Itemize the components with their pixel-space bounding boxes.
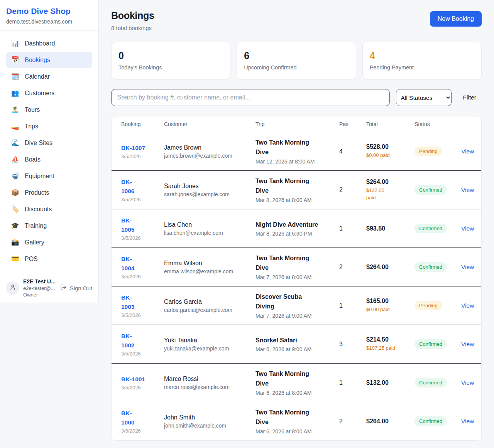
sidebar-nav-item[interactable]: 🎓 Training [6,218,92,234]
trip-name: Two Tank Morning Dive [255,254,323,273]
trip-cell: Night Dive Adventure Mar 8, 2026 at 5:30… [255,220,339,237]
nav-item-label: Dashboard [25,40,55,47]
customer-name: Sarah Jones [164,183,255,190]
booking-date: 3/5/2026 [121,197,164,202]
sidebar: Demo Dive Shop demo.test.divestreams.com… [0,0,99,303]
view-cell: View [461,341,474,348]
status-cell: Confirmed [414,378,461,387]
view-cell: View [461,302,474,309]
status-cell: Confirmed [414,185,461,195]
trip-cell: Two Tank Morning Dive Mar 7, 2026 at 8:0… [255,254,339,280]
nav-item-label: Discounts [25,206,52,213]
booking-id-link[interactable]: BK- 1005 [121,216,134,234]
status-select[interactable]: All Statuses [396,89,452,106]
view-link[interactable]: View [461,379,474,386]
booking-id-link[interactable]: BK-1007 [121,143,145,153]
total-amount: $165.00 [366,298,414,305]
sidebar-nav-item[interactable]: 👥 Customers [6,85,92,101]
customer-name: Carlos Garcia [164,298,255,305]
sign-out-button[interactable]: Sign Out [60,284,92,292]
sidebar-nav-item[interactable]: 📸 Gallery [6,234,92,250]
status-badge: Pending [414,301,442,310]
search-input[interactable] [111,89,390,106]
nav-item-label: Training [25,222,47,229]
pax-count: 3 [339,341,366,348]
sidebar-nav-item[interactable]: 📅 Bookings [6,52,92,68]
user-name: E2E Test U... [23,278,56,285]
nav-item-label: Products [25,189,49,196]
sidebar-nav: 📊 Dashboard 📅 Bookings 🗓️ Calendar 👥 Cus… [0,31,98,273]
pax-count: 1 [339,302,366,309]
view-link[interactable]: View [461,302,474,309]
sidebar-nav-item[interactable]: 🤿 Equipment [6,168,92,184]
customer-email: james.brown@example.com [164,153,255,159]
status-badge: Confirmed [414,416,447,426]
user-footer: E2E Test U... e2e-tester@... Owner Sign … [0,273,98,303]
sidebar-nav-item[interactable]: 🗓️ Calendar [6,69,92,84]
stat-value: 6 [244,50,349,61]
sidebar-nav-item[interactable]: 📊 Dashboard [6,35,92,51]
nav-item-label: Calendar [25,73,50,80]
total-amount: $93.50 [366,225,414,232]
new-booking-button[interactable]: New Booking [430,11,482,27]
view-link[interactable]: View [461,264,474,270]
nav-item-label: Tours [25,106,40,113]
customer-cell: Marco Rossi marco.rossi@example.com [164,376,255,390]
status-cell: Confirmed [414,416,461,426]
booking-id-link[interactable]: BK- 1006 [121,177,134,196]
view-link[interactable]: View [461,225,474,232]
booking-cell: BK- 1000 3/5/2026 [121,409,164,434]
main-content: Bookings 8 total bookings New Booking 0 … [99,0,494,441]
col-header-customer: Customer [164,121,255,127]
view-link[interactable]: View [461,341,474,347]
shop-domain: demo.test.divestreams.com [6,19,92,25]
nav-item-label: Equipment [25,173,54,180]
logout-icon [60,284,67,292]
sidebar-nav-item[interactable]: 💳 POS [6,251,92,267]
sidebar-nav-item[interactable]: 🌊 Dive Sites [6,135,92,151]
paid-amount: $0.00 paid [366,306,414,313]
sidebar-nav-item[interactable]: 📦 Products [6,185,92,200]
customer-cell: James Brown james.brown@example.com [164,144,255,159]
user-info: E2E Test U... e2e-tester@... Owner [23,278,56,298]
trip-name: Snorkel Safari [255,336,323,345]
view-link[interactable]: View [461,148,474,155]
page-subtitle: 8 total bookings [111,25,154,31]
booking-date: 3/5/2026 [121,274,164,280]
table-header-row: Booking Customer Trip Pax Total Status [112,116,481,132]
nav-item-icon: 🎓 [11,222,19,230]
sidebar-nav-item[interactable]: 🏷️ Discounts [6,201,92,217]
booking-id-link[interactable]: BK- 1004 [121,254,134,273]
view-cell: View [461,379,474,386]
stat-label: Today's Bookings [118,64,223,71]
table-row: BK- 1005 3/5/2026 Lisa Chen lisa.chen@ex… [112,209,481,248]
sidebar-nav-item[interactable]: 🏝️ Tours [6,102,92,118]
nav-item-icon: ⛵ [11,155,19,163]
page-header: Bookings 8 total bookings New Booking [111,10,482,31]
sidebar-nav-item[interactable]: ⛵ Boats [6,152,92,167]
booking-id-link[interactable]: BK- 1003 [121,293,134,312]
booking-id-link[interactable]: BK- 1002 [121,332,134,350]
avatar [6,281,19,295]
booking-cell: BK-1001 3/5/2026 [121,375,164,391]
stat-value: 4 [370,50,474,61]
view-link[interactable]: View [461,187,474,193]
trip-cell: Two Tank Morning Dive Mar 8, 2026 at 8:0… [255,177,339,203]
nav-item-label: Dive Sites [25,140,52,147]
sidebar-nav-item[interactable]: 🚤 Trips [6,118,92,134]
page-title: Bookings [111,10,154,21]
trip-time: Mar 7, 2026 at 9:00 AM [255,313,339,319]
total-cell: $264.00 [366,418,414,425]
booking-id-link[interactable]: BK- 1000 [121,409,134,427]
nav-item-icon: 📊 [11,39,19,47]
view-link[interactable]: View [461,418,474,424]
pax-count: 2 [339,418,366,425]
stat-card: 0 Today's Bookings [111,42,230,79]
filter-button[interactable]: Filter [458,94,482,101]
stat-label: Pending Payment [370,64,474,71]
booking-id-link[interactable]: BK-1001 [121,375,145,384]
pax-count: 4 [339,148,366,155]
total-cell: $214.50 $107.25 paid [366,336,414,352]
trip-cell: Snorkel Safari Mar 6, 2026 at 9:00 AM [255,336,339,353]
nav-item-label: Customers [25,90,54,97]
